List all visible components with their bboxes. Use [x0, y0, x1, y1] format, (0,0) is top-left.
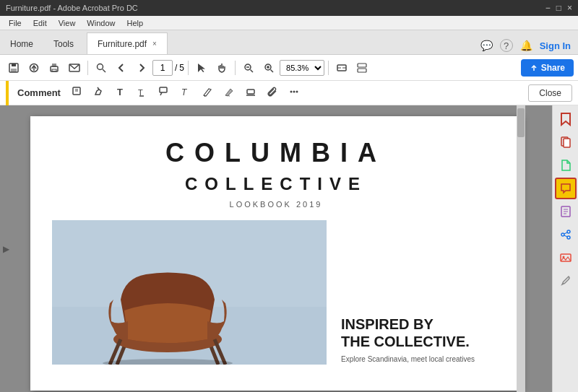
- main-toolbar: / 5 85.3% 50% 75% 100% 125% 150% Share: [0, 55, 578, 81]
- tab-close-icon[interactable]: ×: [152, 40, 157, 48]
- svg-line-58: [564, 232, 567, 234]
- eraser-button[interactable]: [220, 83, 238, 103]
- format-btn[interactable]: [285, 83, 303, 103]
- page-input[interactable]: [152, 60, 173, 76]
- chat-icon[interactable]: 💬: [480, 40, 493, 51]
- pdf-lookbook: LOOKBOOK 2019: [230, 200, 323, 209]
- highlight-button[interactable]: [90, 83, 108, 103]
- scroll-mode-button[interactable]: [353, 59, 371, 77]
- menu-edit[interactable]: Edit: [27, 17, 53, 29]
- bell-icon[interactable]: 🔔: [520, 40, 532, 51]
- pdf-chair-image: [52, 220, 327, 365]
- scroll-thumb[interactable]: [517, 108, 525, 137]
- page-nav: / 5: [152, 60, 184, 76]
- svg-line-35: [225, 95, 230, 96]
- pdf-page: COLUMBIA COLLECTIVE LOOKBOOK 2019: [30, 116, 522, 391]
- pan-tool-button[interactable]: [212, 59, 231, 77]
- email-button[interactable]: [65, 59, 84, 77]
- text-format2-button[interactable]: T: [176, 83, 195, 103]
- attachments-button[interactable]: [555, 247, 577, 269]
- menu-window[interactable]: Window: [81, 17, 121, 29]
- scroll-left-indicator[interactable]: ▶: [3, 244, 9, 254]
- separator4: [328, 61, 329, 75]
- title-bar-title: Furniture.pdf - Adobe Acrobat Pro DC: [6, 4, 138, 12]
- main-area: ▶ COLUMBIA COLLECTIVE LOOKBOOK 2019: [0, 105, 578, 392]
- menu-view[interactable]: View: [53, 17, 82, 29]
- tab-bar: Home Tools Furniture.pdf × 💬 ? 🔔 Sign In: [0, 30, 578, 55]
- tab-bar-right: 💬 ? 🔔 Sign In: [480, 39, 578, 54]
- share-panel-button[interactable]: [555, 224, 577, 245]
- pdf-title: COLUMBIA: [165, 138, 387, 168]
- svg-rect-2: [11, 69, 17, 72]
- svg-text:T: T: [117, 87, 123, 97]
- svg-line-59: [564, 235, 567, 237]
- svg-point-55: [567, 230, 570, 233]
- svg-line-13: [251, 69, 254, 72]
- save-button[interactable]: [4, 59, 23, 77]
- zoom-in-button[interactable]: [259, 59, 278, 77]
- signatures-button[interactable]: [555, 201, 577, 222]
- share-button[interactable]: Share: [521, 59, 574, 77]
- right-panel: [552, 105, 578, 392]
- tab-doc[interactable]: Furniture.pdf ×: [87, 32, 168, 54]
- help-icon[interactable]: ?: [500, 39, 513, 52]
- separator: [87, 61, 88, 75]
- svg-rect-1: [12, 64, 16, 66]
- close-button[interactable]: ×: [567, 3, 572, 13]
- pdf-text-col: INSPIRED BYTHE COLLECTIVE. Explore Scand…: [327, 220, 500, 365]
- svg-rect-36: [247, 90, 254, 94]
- fit-width-button[interactable]: [332, 59, 351, 77]
- vertical-scrollbar[interactable]: [517, 105, 525, 392]
- search-button[interactable]: [92, 59, 111, 77]
- minimize-button[interactable]: −: [545, 3, 551, 13]
- svg-point-40: [296, 91, 298, 93]
- print-button[interactable]: [45, 59, 64, 77]
- menu-help[interactable]: Help: [121, 17, 149, 29]
- tab-tools[interactable]: Tools: [43, 34, 84, 54]
- comment-panel-button[interactable]: [555, 178, 577, 199]
- sign-in-button[interactable]: Sign In: [540, 40, 571, 51]
- pdf-area: ▶ COLUMBIA COLLECTIVE LOOKBOOK 2019: [0, 105, 552, 392]
- title-bar: Furniture.pdf - Adobe Acrobat Pro DC − □…: [0, 0, 578, 16]
- comment-toolbar: Comment T T T Close: [0, 81, 578, 105]
- sticky-note-button[interactable]: [68, 83, 87, 103]
- svg-text:T: T: [181, 87, 188, 97]
- svg-point-56: [567, 236, 570, 239]
- close-comment-button[interactable]: Close: [528, 84, 572, 102]
- bookmarks-button[interactable]: [555, 108, 577, 130]
- svg-point-38: [290, 91, 292, 93]
- svg-point-9: [98, 64, 103, 69]
- svg-rect-6: [52, 64, 56, 67]
- svg-rect-50: [564, 139, 570, 147]
- zoom-out-button[interactable]: [239, 59, 258, 77]
- callout-button[interactable]: [155, 83, 173, 103]
- next-page-button[interactable]: [132, 59, 151, 77]
- zoom-select[interactable]: 85.3% 50% 75% 100% 125% 150%: [280, 60, 324, 76]
- page-separator: /: [175, 63, 177, 73]
- pages-button[interactable]: [555, 131, 577, 153]
- title-bar-controls[interactable]: − □ ×: [545, 3, 572, 13]
- select-tool-button[interactable]: [192, 59, 211, 77]
- svg-rect-32: [160, 87, 167, 92]
- tab-home[interactable]: Home: [0, 34, 43, 54]
- tools-panel-button[interactable]: [555, 270, 577, 292]
- svg-point-39: [293, 91, 295, 93]
- export-button[interactable]: [555, 154, 577, 176]
- svg-line-28: [98, 87, 99, 90]
- comment-label: Comment: [17, 87, 61, 98]
- svg-point-57: [561, 233, 564, 236]
- maximize-button[interactable]: □: [556, 3, 561, 13]
- format-text-button[interactable]: T: [133, 83, 152, 103]
- svg-line-16: [271, 69, 274, 72]
- stamp-button[interactable]: [241, 83, 260, 103]
- prev-page-button[interactable]: [112, 59, 131, 77]
- draw-button[interactable]: [198, 83, 217, 103]
- svg-marker-11: [198, 64, 205, 72]
- attach-button[interactable]: [263, 83, 282, 103]
- pdf-subtitle: COLLECTIVE: [185, 174, 367, 194]
- text-tool-button[interactable]: T: [111, 83, 130, 103]
- yellow-bar: [6, 81, 9, 105]
- upload-button[interactable]: [25, 59, 43, 77]
- menu-file[interactable]: File: [3, 17, 27, 29]
- pdf-explore-text: Explore Scandinavia, meet local creative…: [341, 354, 493, 365]
